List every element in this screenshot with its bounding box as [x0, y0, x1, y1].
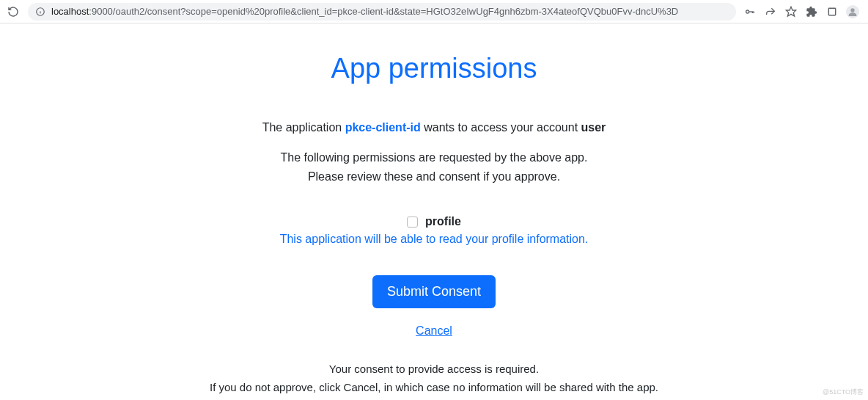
share-icon[interactable]	[764, 5, 777, 18]
profile-avatar-icon[interactable]	[846, 5, 859, 18]
intro-mid: wants to access your account	[421, 121, 581, 134]
reload-icon[interactable]	[6, 4, 21, 19]
tab-icon[interactable]	[825, 5, 839, 18]
account-username: user	[581, 121, 606, 134]
client-id: pkce-client-id	[345, 121, 421, 134]
browser-toolbar: localhost:9000/oauth2/consent?scope=open…	[0, 0, 868, 23]
svg-point-9	[850, 8, 854, 12]
instruction-text: The following permissions are requested …	[15, 149, 853, 186]
scope-name: profile	[425, 215, 461, 228]
url-host: localhost	[51, 6, 89, 17]
intro-line: The application pkce-client-id wants to …	[15, 121, 853, 134]
url-path: :9000/oauth2/consent?scope=openid%20prof…	[89, 6, 678, 17]
footer-text: Your consent to provide access is requir…	[15, 361, 853, 396]
footer-line-1: Your consent to provide access is requir…	[15, 361, 853, 378]
key-icon[interactable]	[743, 5, 757, 18]
extensions-icon[interactable]	[805, 5, 818, 18]
sub-line-1: The following permissions are requested …	[15, 149, 853, 167]
watermark: @51CTO博客	[823, 388, 864, 397]
cancel-link[interactable]: Cancel	[15, 324, 853, 338]
scope-checkbox[interactable]	[407, 217, 418, 228]
bookmark-star-icon[interactable]	[784, 5, 798, 18]
submit-consent-button[interactable]: Submit Consent	[372, 275, 496, 308]
consent-page: App permissions The application pkce-cli…	[0, 23, 868, 396]
url-text: localhost:9000/oauth2/consent?scope=open…	[51, 6, 678, 17]
svg-point-3	[746, 10, 749, 13]
scope-item: profile	[15, 215, 853, 228]
toolbar-right-icons	[743, 5, 862, 18]
address-bar[interactable]: localhost:9000/oauth2/consent?scope=open…	[28, 3, 736, 21]
svg-rect-8	[828, 8, 835, 15]
intro-prefix: The application	[262, 121, 345, 134]
sub-line-2: Please review these and consent if you a…	[15, 168, 853, 186]
page-title: App permissions	[15, 53, 853, 84]
svg-marker-7	[786, 7, 795, 16]
scope-description: This application will be able to read yo…	[15, 233, 853, 246]
footer-line-2: If you do not approve, click Cancel, in …	[15, 379, 853, 396]
scope-list: profile This application will be able to…	[15, 215, 853, 246]
site-info-icon[interactable]	[35, 7, 45, 17]
